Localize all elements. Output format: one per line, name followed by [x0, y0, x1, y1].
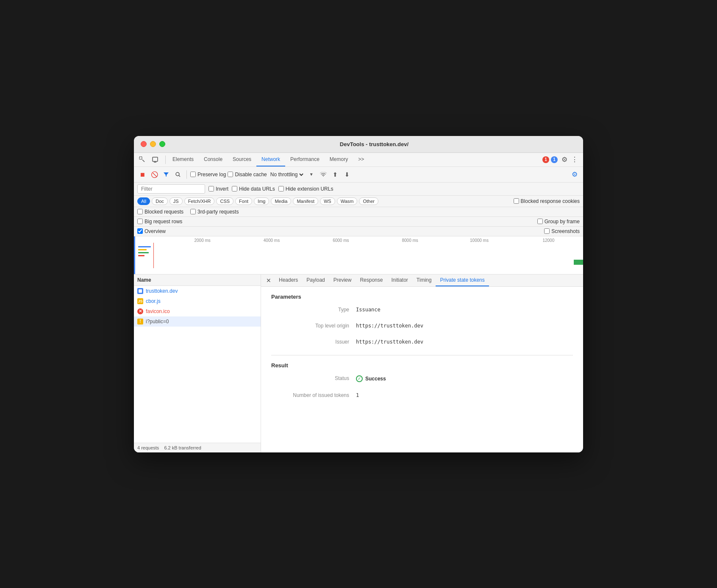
tag-all[interactable]: All: [137, 197, 150, 205]
request-icon-js: JS: [137, 298, 143, 304]
request-name-ipublic: i?public=0: [146, 319, 169, 325]
request-icon-err: ✕: [137, 308, 143, 314]
tag-ws[interactable]: WS: [320, 197, 335, 205]
search-icon[interactable]: [173, 169, 183, 180]
hide-data-urls-checkbox[interactable]: [232, 186, 237, 191]
third-party-checkbox[interactable]: [190, 209, 196, 214]
blocked-cookies-label: Blocked response cookies: [521, 198, 580, 204]
param-type-value: Issuance: [356, 307, 381, 313]
request-list: trusttoken.dev JS cbor.js ✕ favicon.ico …: [134, 286, 261, 443]
detail-tab-private-state[interactable]: Private state tokens: [436, 275, 489, 286]
detail-tab-headers[interactable]: Headers: [275, 275, 302, 286]
detail-tab-initiator[interactable]: Initiator: [387, 275, 412, 286]
param-status-row: Status ✓ Success: [271, 375, 573, 382]
filter-input[interactable]: [137, 184, 205, 194]
preserve-log-label: Preserve log: [197, 172, 226, 178]
request-icon-warn: !: [137, 319, 143, 325]
param-issuer-label: Issuer: [271, 339, 356, 345]
filter-toolbar: Invert Hide data URLs Hide extension URL…: [134, 183, 583, 196]
request-name-favicon: favicon.ico: [146, 308, 170, 314]
hide-ext-urls-checkbox[interactable]: [278, 186, 284, 191]
tag-wasm[interactable]: Wasm: [337, 197, 358, 205]
detail-tab-response[interactable]: Response: [356, 275, 387, 286]
detail-tabs: ✕ Headers Payload Preview Response Initi…: [261, 275, 583, 287]
blocked-cookies-checkbox[interactable]: [514, 198, 519, 204]
request-item-trusttoken[interactable]: trusttoken.dev: [134, 286, 261, 296]
tag-font[interactable]: Font: [235, 197, 252, 205]
tab-memory[interactable]: Memory: [325, 153, 353, 166]
group-by-frame-checkbox[interactable]: [537, 219, 543, 224]
throttle-select[interactable]: No throttling: [269, 171, 305, 178]
device-icon[interactable]: [150, 155, 160, 165]
filter-icon[interactable]: [161, 169, 171, 180]
request-item-ipublic[interactable]: ! i?public=0: [134, 316, 261, 327]
tab-sources[interactable]: Sources: [228, 153, 256, 166]
info-badge[interactable]: 1: [551, 156, 558, 163]
request-name-trusttoken: trusttoken.dev: [146, 288, 178, 294]
toolbar-icons: [137, 155, 160, 165]
svg-rect-1: [153, 157, 158, 161]
timeline-ruler: 2000 ms 4000 ms 6000 ms 8000 ms 10000 ms…: [134, 236, 583, 243]
result-section-title: Result: [271, 362, 573, 369]
detail-tab-preview[interactable]: Preview: [329, 275, 356, 286]
group-by-frame-label: Group by frame: [545, 219, 580, 225]
disable-cache-checkbox[interactable]: [228, 172, 233, 177]
download-icon[interactable]: ⬇: [342, 169, 352, 180]
filter-tags: All Doc JS Fetch/XHR CSS Font Img Media …: [134, 196, 583, 207]
tag-other[interactable]: Other: [359, 197, 378, 205]
success-icon: ✓: [356, 375, 363, 382]
timeline-green-block: [574, 260, 583, 265]
tab-performance[interactable]: Performance: [285, 153, 325, 166]
preserve-log-checkbox[interactable]: [190, 172, 196, 177]
tag-manifest[interactable]: Manifest: [293, 197, 318, 205]
hide-data-urls-label: Hide data URLs: [239, 186, 275, 192]
title-bar: DevTools - trusttoken.dev/: [134, 136, 583, 153]
throttle-dropdown-icon[interactable]: ▼: [306, 169, 317, 180]
network-settings-icon[interactable]: ⚙: [570, 169, 580, 180]
tab-more[interactable]: >>: [353, 153, 369, 166]
invert-label: Invert: [216, 186, 228, 192]
blocked-cookies-row: Blocked response cookies: [514, 198, 580, 204]
param-tokens-row: Number of issued tokens 1: [271, 392, 573, 398]
error-badge[interactable]: 1: [542, 156, 549, 163]
wifi-icon[interactable]: [318, 169, 328, 180]
tag-media[interactable]: Media: [271, 197, 291, 205]
stop-recording-icon[interactable]: ⏹: [137, 169, 147, 180]
detail-tab-payload[interactable]: Payload: [302, 275, 329, 286]
upload-icon[interactable]: ⬆: [330, 169, 340, 180]
request-item-cbor[interactable]: JS cbor.js: [134, 296, 261, 306]
detail-tab-timing[interactable]: Timing: [412, 275, 436, 286]
blocked-requests-label: Blocked requests: [145, 209, 183, 215]
requests-header: Name: [134, 275, 261, 286]
tab-network[interactable]: Network: [256, 153, 285, 166]
maximize-button[interactable]: [159, 141, 165, 147]
param-type-row: Type Issuance: [271, 307, 573, 313]
overview-checkbox[interactable]: [137, 228, 143, 234]
clear-icon[interactable]: 🚫: [149, 169, 159, 180]
tag-fetch-xhr[interactable]: Fetch/XHR: [184, 197, 215, 205]
request-item-favicon[interactable]: ✕ favicon.ico: [134, 306, 261, 316]
param-tokens-label: Number of issued tokens: [271, 392, 356, 398]
devtools-settings-icon[interactable]: ⚙: [559, 155, 570, 165]
info-badge-container: 1: [551, 156, 558, 163]
tab-console[interactable]: Console: [199, 153, 228, 166]
big-rows-checkbox[interactable]: [137, 219, 143, 224]
window-title: DevTools - trusttoken.dev/: [172, 141, 576, 147]
traffic-lights: [141, 141, 165, 147]
tab-elements[interactable]: Elements: [167, 153, 199, 166]
tag-img[interactable]: Img: [254, 197, 269, 205]
tag-css[interactable]: CSS: [216, 197, 233, 205]
blocked-requests-checkbox[interactable]: [137, 209, 143, 214]
invert-row: Invert: [208, 186, 228, 192]
tag-doc[interactable]: Doc: [152, 197, 168, 205]
minimize-button[interactable]: [150, 141, 156, 147]
invert-checkbox[interactable]: [208, 186, 214, 191]
screenshots-checkbox[interactable]: [544, 228, 550, 234]
tag-js[interactable]: JS: [170, 197, 183, 205]
close-button[interactable]: [141, 141, 147, 147]
devtools-more-icon[interactable]: ⋮: [570, 155, 580, 165]
inspect-icon[interactable]: [137, 155, 147, 165]
param-issuer-value: https://trusttoken.dev: [356, 339, 423, 345]
detail-close-button[interactable]: ✕: [263, 275, 275, 286]
disable-cache-label: Disable cache: [235, 172, 267, 178]
